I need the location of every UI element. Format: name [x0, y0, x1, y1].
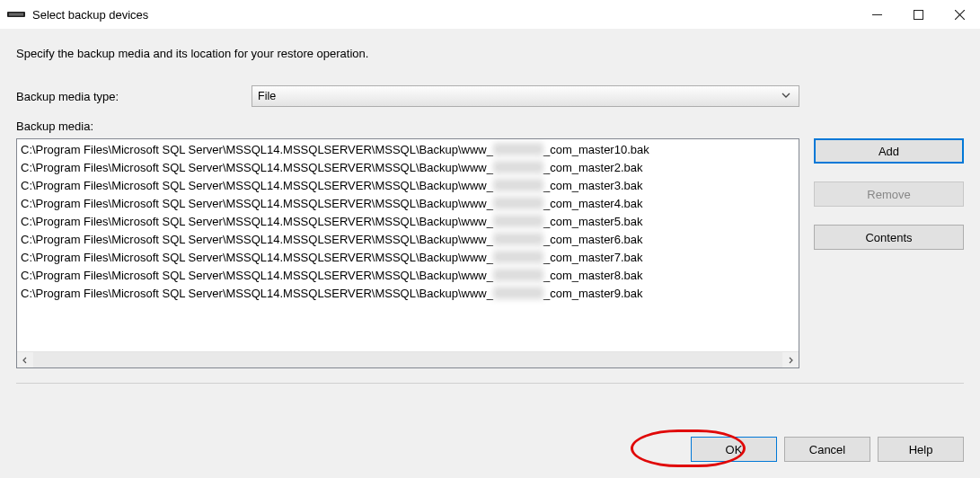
- list-items: C:\Program Files\Microsoft SQL Server\MS…: [17, 139, 799, 351]
- redacted-segment: [493, 179, 543, 191]
- list-item[interactable]: C:\Program Files\Microsoft SQL Server\MS…: [21, 249, 795, 267]
- window-title: Select backup devices: [32, 8, 148, 22]
- list-item[interactable]: C:\Program Files\Microsoft SQL Server\MS…: [21, 177, 795, 195]
- divider: [16, 383, 964, 384]
- help-button[interactable]: Help: [878, 437, 964, 462]
- instruction-text: Specify the backup media and its locatio…: [16, 47, 964, 60]
- contents-button[interactable]: Contents: [814, 225, 964, 250]
- scroll-track[interactable]: [33, 352, 782, 367]
- redacted-segment: [493, 143, 543, 155]
- chevron-down-icon: [781, 90, 791, 103]
- footer: OK Cancel Help: [0, 437, 980, 478]
- list-item[interactable]: C:\Program Files\Microsoft SQL Server\MS…: [21, 231, 795, 249]
- svg-rect-3: [914, 10, 923, 19]
- media-type-combobox[interactable]: File: [252, 85, 799, 107]
- list-item[interactable]: C:\Program Files\Microsoft SQL Server\MS…: [21, 159, 795, 177]
- redacted-segment: [493, 161, 543, 173]
- svg-rect-1: [9, 13, 23, 16]
- redacted-segment: [493, 233, 543, 245]
- side-buttons: Add Remove Contents: [814, 138, 964, 368]
- titlebar: Select backup devices: [0, 0, 980, 29]
- dialog-window: Select backup devices Specify the backup…: [0, 0, 980, 478]
- media-type-label: Backup media type:: [16, 90, 252, 103]
- scroll-left-arrow[interactable]: [17, 352, 33, 367]
- remove-button: Remove: [814, 181, 964, 207]
- list-item[interactable]: C:\Program Files\Microsoft SQL Server\MS…: [21, 285, 795, 303]
- redacted-segment: [493, 197, 543, 209]
- content-area: Specify the backup media and its locatio…: [0, 29, 980, 437]
- redacted-segment: [493, 251, 543, 263]
- redacted-segment: [493, 215, 543, 227]
- window-controls: [856, 0, 980, 29]
- list-item[interactable]: C:\Program Files\Microsoft SQL Server\MS…: [21, 195, 795, 213]
- maximize-button[interactable]: [897, 0, 939, 29]
- cancel-button[interactable]: Cancel: [784, 437, 870, 462]
- list-item[interactable]: C:\Program Files\Microsoft SQL Server\MS…: [21, 213, 795, 231]
- list-item[interactable]: C:\Program Files\Microsoft SQL Server\MS…: [21, 141, 795, 159]
- device-icon: [7, 8, 25, 21]
- close-button[interactable]: [939, 0, 980, 29]
- list-wrap: C:\Program Files\Microsoft SQL Server\MS…: [16, 138, 799, 368]
- media-area: C:\Program Files\Microsoft SQL Server\MS…: [16, 138, 964, 368]
- ok-button[interactable]: OK: [691, 437, 777, 462]
- add-button[interactable]: Add: [814, 138, 964, 164]
- redacted-segment: [493, 287, 543, 299]
- horizontal-scrollbar[interactable]: [17, 351, 799, 367]
- media-type-value: File: [258, 90, 276, 102]
- list-item[interactable]: C:\Program Files\Microsoft SQL Server\MS…: [21, 267, 795, 285]
- backup-media-listbox[interactable]: C:\Program Files\Microsoft SQL Server\MS…: [16, 138, 799, 368]
- scroll-right-arrow[interactable]: [782, 352, 799, 367]
- media-label: Backup media:: [16, 120, 964, 133]
- minimize-button[interactable]: [856, 0, 897, 29]
- media-type-row: Backup media type: File: [16, 85, 964, 107]
- redacted-segment: [493, 269, 543, 281]
